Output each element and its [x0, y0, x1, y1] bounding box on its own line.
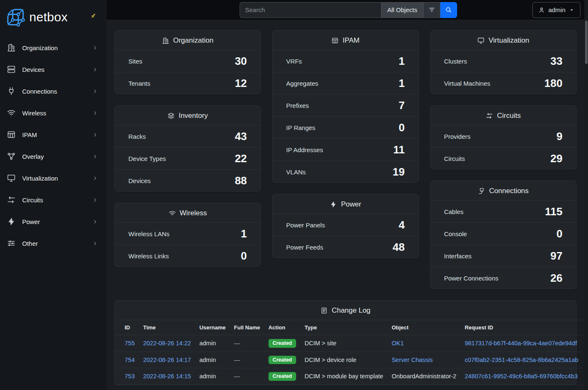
search-input[interactable] — [240, 2, 381, 18]
stat-value[interactable]: 29 — [550, 152, 562, 165]
stat-value[interactable]: 12 — [235, 77, 247, 90]
change-time-link[interactable]: 2022-08-26 14:17 — [143, 357, 191, 363]
object-link[interactable]: Server Chassis — [391, 357, 432, 363]
changelog-row: 7542022-08-26 14:17admin—CreatedDCIM > d… — [115, 352, 583, 368]
cell-action: Created — [264, 352, 301, 368]
dashboard-column: OrganizationSites30Tenants12InventoryRac… — [114, 30, 261, 289]
stat-row-vrfs: VRFs1 — [272, 50, 418, 72]
card-header-virtualization: Virtualization — [430, 31, 576, 50]
card-header-ipam: IPAM — [272, 31, 418, 50]
change-id-link[interactable]: 754 — [125, 357, 135, 363]
stat-value[interactable]: 1 — [241, 227, 247, 240]
stat-label: Power Feeds — [286, 244, 323, 251]
stat-row-providers: Providers9 — [430, 125, 576, 147]
table-icon — [331, 37, 339, 44]
stat-value[interactable]: 26 — [550, 272, 562, 285]
stat-value[interactable]: 1 — [399, 55, 404, 68]
stat-label: Aggregates — [286, 80, 318, 87]
user-menu-button[interactable]: admin — [532, 2, 580, 18]
sidebar-item-circuits[interactable]: Circuits — [0, 189, 107, 211]
cell-username: admin — [195, 368, 230, 385]
scrollbar[interactable] — [584, 0, 588, 390]
chevron-right-icon — [92, 175, 98, 181]
cell-action: Created — [264, 368, 301, 385]
sidebar-nav: OrganizationDevicesConnectionsWirelessIP… — [0, 37, 107, 254]
request-id-link[interactable]: 24807c61-9952-49c6-b8a5-69760bfcc4b3 — [465, 373, 578, 380]
brand-name: netbox — [29, 10, 68, 24]
changelog-table: IDTimeUsernameFull NameActionTypeObjectR… — [115, 320, 583, 385]
sidebar-item-virtualization[interactable]: Virtualization — [0, 167, 107, 189]
cell-username: admin — [195, 352, 230, 368]
stat-value[interactable]: 97 — [550, 250, 562, 263]
stat-value[interactable]: 4 — [399, 219, 404, 232]
card-header-inventory: Inventory — [115, 106, 261, 125]
sidebar-item-power[interactable]: Power — [0, 211, 107, 232]
filter-button[interactable] — [424, 2, 440, 18]
cell-object: OnboardAdministrator-2 — [387, 368, 460, 385]
column-header-request-id: Request ID — [460, 320, 583, 335]
stat-value[interactable]: 0 — [557, 227, 562, 240]
dashboard-grid: OrganizationSites30Tenants12InventoryRac… — [114, 30, 577, 289]
stat-row-ip-ranges: IP Ranges0 — [272, 116, 418, 138]
change-type: DCIM > site — [304, 340, 336, 347]
sidebar-item-overlay[interactable]: Overlay — [0, 145, 107, 167]
stat-value[interactable]: 30 — [235, 55, 247, 68]
card-title: Connections — [489, 187, 529, 195]
stat-value[interactable]: 33 — [550, 55, 562, 68]
stat-value[interactable]: 115 — [545, 205, 562, 218]
stat-label: Power Connections — [444, 275, 499, 282]
stat-value[interactable]: 19 — [393, 166, 405, 178]
change-type: DCIM > device role — [304, 357, 356, 363]
object-link[interactable]: OK1 — [391, 340, 404, 347]
full-name: — — [234, 357, 240, 363]
stat-value[interactable]: 1 — [399, 77, 404, 90]
monitor-icon — [7, 173, 16, 183]
sidebar-item-organization[interactable]: Organization — [0, 37, 107, 59]
stat-value[interactable]: 48 — [393, 241, 405, 254]
chevron-right-icon — [92, 45, 98, 51]
chevron-right-icon — [92, 132, 98, 138]
stat-value[interactable]: 7 — [399, 99, 404, 112]
stat-value[interactable]: 11 — [393, 143, 405, 156]
scrollbar-thumb[interactable] — [585, 20, 588, 64]
stat-value[interactable]: 88 — [235, 174, 247, 187]
app: netbox OrganizationDevicesConnectionsWir… — [0, 0, 588, 390]
stat-row-racks: Racks43 — [115, 125, 261, 147]
sidebar-item-ipam[interactable]: IPAM — [0, 124, 107, 145]
change-time-link[interactable]: 2022-08-26 14:15 — [143, 373, 191, 380]
stat-value[interactable]: 9 — [557, 130, 562, 143]
cell-username: admin — [195, 335, 230, 352]
search-button[interactable] — [440, 2, 457, 18]
cell-type: DCIM > site — [300, 335, 387, 352]
stat-value[interactable]: 0 — [241, 250, 247, 263]
dashboard-column: IPAMVRFs1Aggregates1Prefixes7IP Ranges0I… — [272, 30, 419, 289]
change-id-link[interactable]: 753 — [125, 373, 135, 380]
cell-request-id: 24807c61-9952-49c6-b8a5-69760bfcc4b3 — [460, 368, 583, 385]
request-id-link[interactable]: c07f0ab2-2351-4c58-825a-8b6a2425a1ab — [465, 357, 578, 363]
cell-object: OK1 — [387, 335, 460, 352]
change-time-link[interactable]: 2022-08-26 14:22 — [143, 340, 191, 347]
sidebar-item-other[interactable]: Other — [0, 232, 107, 254]
stat-value[interactable]: 180 — [545, 77, 562, 90]
stat-value[interactable]: 22 — [235, 152, 247, 165]
change-id-link[interactable]: 755 — [125, 340, 135, 347]
request-id-link[interactable]: 9817317d-b67f-440a-99ca-4ae07ede94df — [465, 340, 577, 347]
sidebar-item-label: IPAM — [22, 131, 37, 138]
sidebar-item-connections[interactable]: Connections — [0, 80, 107, 102]
object-type-dropdown[interactable]: All Objects — [381, 2, 424, 18]
sidebar-item-label: Virtualization — [22, 175, 58, 182]
sidebar-item-wireless[interactable]: Wireless — [0, 102, 107, 124]
card-title: Wireless — [180, 209, 207, 217]
stat-label: Wireless Links — [128, 252, 169, 260]
user-name: admin — [548, 6, 565, 13]
column-header-username: Username — [195, 320, 230, 335]
sidebar-item-devices[interactable]: Devices — [0, 59, 107, 80]
card-header-circuits: Circuits — [430, 106, 576, 125]
pin-sidebar-icon[interactable] — [89, 13, 97, 20]
stat-value[interactable]: 43 — [235, 130, 247, 143]
cell-action: Created — [264, 335, 301, 352]
stat-value[interactable]: 0 — [399, 121, 404, 134]
dashboard: OrganizationSites30Tenants12InventoryRac… — [107, 20, 588, 390]
card-header-power: Power — [272, 194, 418, 214]
column-header-action: Action — [264, 320, 301, 335]
